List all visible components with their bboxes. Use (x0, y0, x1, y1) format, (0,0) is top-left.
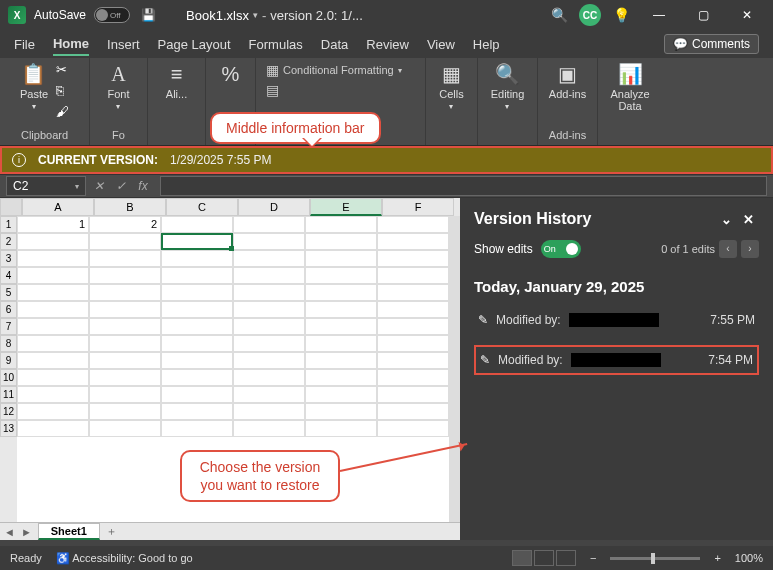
cell[interactable] (233, 250, 305, 267)
cell[interactable] (377, 301, 449, 318)
row-header[interactable]: 7 (0, 318, 17, 335)
autosave-toggle[interactable]: Off (94, 7, 130, 23)
search-icon[interactable]: 🔍 (547, 7, 571, 23)
format-painter-icon[interactable]: 🖌 (56, 104, 69, 119)
col-header[interactable]: B (94, 198, 166, 216)
cell[interactable] (377, 318, 449, 335)
formula-input[interactable] (160, 176, 767, 196)
save-icon[interactable]: 💾 (138, 8, 158, 22)
col-header[interactable]: E (310, 198, 382, 216)
cell[interactable] (17, 250, 89, 267)
cell[interactable] (89, 267, 161, 284)
minimize-button[interactable]: — (641, 8, 677, 22)
cell[interactable] (377, 335, 449, 352)
new-sheet-button[interactable]: ＋ (106, 524, 117, 539)
number-button[interactable]: % (222, 62, 240, 86)
cell[interactable] (305, 233, 377, 250)
next-edit-button[interactable]: › (741, 240, 759, 258)
row-header[interactable]: 6 (0, 301, 17, 318)
cell[interactable] (89, 284, 161, 301)
cell[interactable] (305, 369, 377, 386)
tab-page-layout[interactable]: Page Layout (158, 34, 231, 55)
cell[interactable] (233, 369, 305, 386)
cell[interactable] (161, 267, 233, 284)
row-header[interactable]: 9 (0, 352, 17, 369)
row-header[interactable]: 3 (0, 250, 17, 267)
cell[interactable] (377, 250, 449, 267)
row-header[interactable]: 5 (0, 284, 17, 301)
cell[interactable] (161, 369, 233, 386)
col-header[interactable]: A (22, 198, 94, 216)
version-entry[interactable]: ✎ Modified by: 7:55 PM (474, 307, 759, 333)
sheet-tab[interactable]: Sheet1 (38, 523, 100, 540)
row-header[interactable]: 1 (0, 216, 17, 233)
cell[interactable] (305, 386, 377, 403)
fx-icon[interactable]: fx (134, 179, 152, 193)
row-header[interactable]: 11 (0, 386, 17, 403)
version-entry-selected[interactable]: ✎ Modified by: 7:54 PM (474, 345, 759, 375)
cell[interactable] (17, 335, 89, 352)
cell[interactable] (17, 386, 89, 403)
paste-button[interactable]: 📋Paste▾ (20, 62, 48, 111)
cell[interactable] (233, 216, 305, 233)
cell[interactable] (17, 369, 89, 386)
vertical-scrollbar[interactable] (449, 216, 460, 522)
cell[interactable] (89, 318, 161, 335)
cell[interactable] (233, 420, 305, 437)
cell[interactable] (305, 352, 377, 369)
cell[interactable]: 1 (17, 216, 89, 233)
cell[interactable] (305, 267, 377, 284)
cell[interactable] (17, 233, 89, 250)
cell[interactable] (305, 301, 377, 318)
cell[interactable] (89, 352, 161, 369)
cell[interactable] (89, 403, 161, 420)
cell[interactable] (89, 386, 161, 403)
zoom-slider[interactable] (610, 557, 700, 560)
cell[interactable] (161, 301, 233, 318)
format-as-table-button[interactable]: ▤ (266, 82, 279, 98)
tab-data[interactable]: Data (321, 34, 348, 55)
tab-review[interactable]: Review (366, 34, 409, 55)
cell[interactable] (233, 352, 305, 369)
copy-icon[interactable]: ⎘ (56, 83, 69, 98)
row-header[interactable]: 4 (0, 267, 17, 284)
accessibility-status[interactable]: ♿ Accessibility: Good to go (56, 552, 193, 565)
zoom-out-button[interactable]: − (590, 552, 596, 564)
cell[interactable] (305, 420, 377, 437)
cell[interactable] (233, 233, 305, 250)
cell[interactable] (89, 301, 161, 318)
comments-button[interactable]: 💬 Comments (664, 34, 759, 54)
tab-formulas[interactable]: Formulas (249, 34, 303, 55)
file-title[interactable]: Book1.xlsx▾ - version 2.0: 1/... (186, 8, 363, 23)
cell[interactable] (161, 403, 233, 420)
col-header[interactable]: F (382, 198, 454, 216)
cell[interactable] (377, 403, 449, 420)
prev-edit-button[interactable]: ‹ (719, 240, 737, 258)
maximize-button[interactable]: ▢ (685, 8, 721, 22)
font-button[interactable]: AFont▾ (107, 62, 129, 111)
cell[interactable] (161, 318, 233, 335)
cell[interactable] (233, 267, 305, 284)
cell[interactable] (233, 386, 305, 403)
cell[interactable] (89, 335, 161, 352)
show-edits-toggle[interactable]: On (541, 240, 581, 258)
cell[interactable] (305, 284, 377, 301)
row-header[interactable]: 12 (0, 403, 17, 420)
zoom-in-button[interactable]: + (714, 552, 720, 564)
tab-file[interactable]: File (14, 34, 35, 55)
cell[interactable] (161, 352, 233, 369)
cell[interactable] (305, 318, 377, 335)
tab-home[interactable]: Home (53, 33, 89, 56)
cell[interactable] (233, 318, 305, 335)
conditional-formatting-button[interactable]: ▦Conditional Formatting▾ (266, 62, 402, 78)
editing-button[interactable]: 🔍Editing▾ (491, 62, 525, 111)
analyze-data-button[interactable]: 📊Analyze Data (608, 62, 652, 112)
cell[interactable] (17, 420, 89, 437)
sheet-nav-prev[interactable]: ◄ (4, 526, 15, 538)
row-header[interactable]: 10 (0, 369, 17, 386)
cell[interactable] (233, 403, 305, 420)
col-header[interactable]: C (166, 198, 238, 216)
col-header[interactable]: D (238, 198, 310, 216)
cell[interactable] (305, 403, 377, 420)
cancel-formula-icon[interactable]: ✕ (90, 179, 108, 193)
